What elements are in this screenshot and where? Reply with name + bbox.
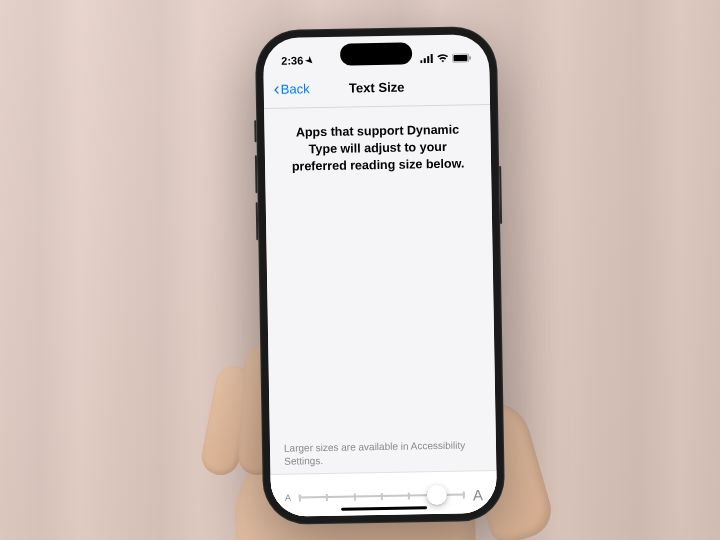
svg-rect-5 <box>453 54 467 61</box>
svg-rect-0 <box>420 59 422 62</box>
signal-icon <box>420 53 433 62</box>
description-text: Apps that support Dynamic Type will adju… <box>264 105 491 192</box>
settings-content: Apps that support Dynamic Type will adju… <box>264 105 497 517</box>
location-arrow-icon: ➤ <box>304 53 317 66</box>
back-button-label: Back <box>281 80 310 96</box>
phone-device: 2:36 ➤ ‹ Back <box>255 25 506 524</box>
footer-note: Larger sizes are available in Accessibil… <box>270 434 497 474</box>
volume-down-button <box>256 202 259 240</box>
navigation-bar: ‹ Back Text Size <box>264 72 491 109</box>
battery-icon <box>452 52 471 61</box>
phone-frame: 2:36 ➤ ‹ Back <box>255 25 506 524</box>
svg-rect-6 <box>469 55 470 58</box>
phone-screen: 2:36 ➤ ‹ Back <box>263 34 497 517</box>
volume-up-button <box>255 155 258 193</box>
dynamic-island <box>340 42 412 65</box>
chevron-left-icon: ‹ <box>274 79 280 97</box>
status-time: 2:36 <box>281 54 303 66</box>
svg-rect-2 <box>427 55 429 62</box>
back-button[interactable]: ‹ Back <box>274 79 310 98</box>
mute-switch <box>254 120 256 142</box>
slider-large-a-label: A <box>473 485 483 502</box>
svg-rect-1 <box>424 57 426 62</box>
wifi-icon <box>436 53 449 62</box>
svg-rect-3 <box>431 53 433 62</box>
slider-small-a-label: A <box>285 492 291 502</box>
slider-knob[interactable] <box>426 484 446 504</box>
text-size-slider[interactable] <box>299 483 465 508</box>
